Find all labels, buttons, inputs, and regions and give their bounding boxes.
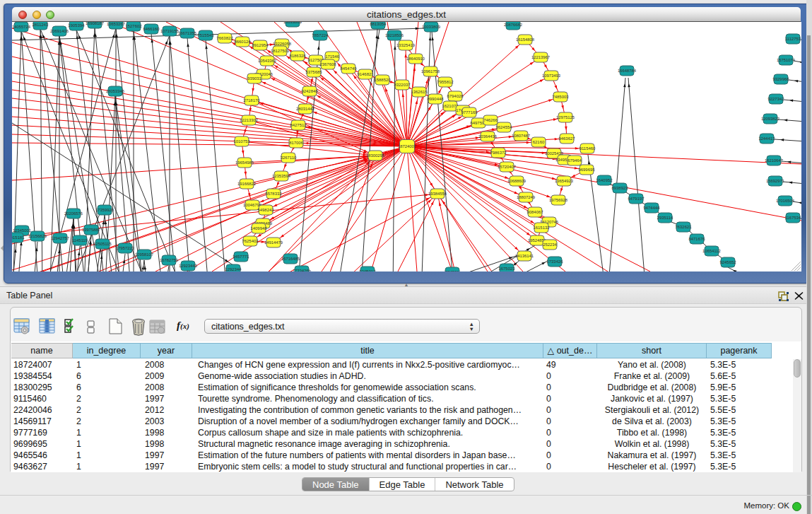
svg-text:8427512: 8427512: [290, 123, 307, 127]
svg-text:5578332: 5578332: [266, 192, 282, 196]
svg-text:12353594: 12353594: [272, 174, 291, 178]
svg-text:1733426b: 1733426b: [293, 269, 312, 271]
svg-text:28031442: 28031442: [296, 107, 314, 111]
svg-text:7663822: 7663822: [217, 36, 233, 40]
svg-text:16033809: 16033809: [283, 22, 302, 24]
svg-text:13975887: 13975887: [82, 228, 100, 232]
svg-text:18127503: 18127503: [271, 49, 290, 53]
svg-text:1167534: 1167534: [785, 216, 801, 220]
svg-text:7955812: 7955812: [437, 80, 454, 84]
svg-text:1588520: 1588520: [375, 78, 392, 82]
svg-text:20206576: 20206576: [64, 211, 83, 216]
svg-text:14914479: 14914479: [264, 240, 283, 245]
svg-text:14136141: 14136141: [515, 254, 534, 258]
svg-text:28053346: 28053346: [106, 89, 125, 93]
svg-text:8471676: 8471676: [689, 237, 706, 241]
svg-text:2367608: 2367608: [320, 62, 337, 66]
svg-text:9115460: 9115460: [579, 146, 596, 151]
svg-text:1733426: 1733426: [547, 259, 564, 264]
svg-text:16648784: 16648784: [618, 69, 637, 73]
svg-text:10543362: 10543362: [258, 59, 276, 63]
svg-text:7857224: 7857224: [312, 33, 329, 37]
svg-text:10961758: 10961758: [421, 69, 440, 74]
svg-text:5498242: 5498242: [258, 208, 274, 212]
svg-text:8938923: 8938923: [612, 186, 629, 190]
svg-text:12505115: 12505115: [93, 242, 112, 246]
svg-text:16154808: 16154808: [516, 37, 535, 42]
svg-text:9245012: 9245012: [360, 269, 376, 271]
svg-text:6466160: 6466160: [143, 27, 160, 31]
svg-text:19218506: 19218506: [385, 33, 404, 37]
svg-text:13325419: 13325419: [396, 43, 415, 47]
svg-text:1527602: 1527602: [126, 24, 142, 28]
svg-text:2935114: 2935114: [657, 216, 673, 220]
svg-text:1145119: 1145119: [72, 238, 88, 243]
svg-text:10973493: 10973493: [542, 74, 561, 78]
svg-text:9699695: 9699695: [579, 168, 596, 172]
svg-text:15720407: 15720407: [498, 165, 516, 169]
svg-text:6794028: 6794028: [447, 94, 464, 98]
svg-text:8660124: 8660124: [235, 40, 252, 44]
svg-text:1362615: 1362615: [411, 90, 428, 94]
svg-text:18724007: 18724007: [398, 144, 416, 148]
svg-text:17016504: 17016504: [776, 199, 795, 203]
svg-text:20876682: 20876682: [504, 23, 522, 27]
svg-text:18300295: 18300295: [366, 153, 385, 158]
svg-text:3267110: 3267110: [281, 156, 297, 160]
svg-text:3915181: 3915181: [12, 235, 24, 240]
svg-text:9245652: 9245652: [720, 260, 736, 264]
svg-text:12156829: 12156829: [28, 234, 47, 238]
svg-text:8322037: 8322037: [394, 83, 411, 87]
svg-text:9463627: 9463627: [559, 136, 575, 141]
svg-text:9146821: 9146821: [358, 72, 374, 76]
svg-text:171546: 171546: [325, 54, 339, 59]
svg-text:10033809: 10033809: [422, 25, 440, 29]
svg-text:1292344: 1292344: [225, 267, 242, 271]
svg-text:9474444: 9474444: [644, 206, 661, 210]
svg-text:6479197: 6479197: [628, 197, 645, 201]
svg-text:20691406: 20691406: [50, 29, 69, 33]
svg-text:10653267: 10653267: [107, 22, 125, 26]
svg-text:1640952: 1640952: [596, 178, 613, 182]
svg-text:824501: 824501: [445, 270, 459, 271]
svg-text:1675023: 1675023: [499, 267, 516, 271]
svg-text:20364436: 20364436: [478, 134, 498, 139]
svg-text:8454749: 8454749: [341, 66, 357, 71]
svg-text:12213967: 12213967: [531, 55, 550, 59]
svg-text:8990448: 8990448: [428, 97, 445, 101]
svg-text:5375685: 5375685: [306, 70, 323, 74]
svg-text:19384554: 19384554: [428, 192, 447, 196]
svg-text:9457771: 9457771: [233, 255, 249, 259]
svg-text:15751074: 15751074: [777, 58, 796, 62]
svg-text:19654985: 19654985: [235, 160, 254, 165]
svg-text:2718170: 2718170: [244, 98, 261, 103]
svg-text:19756928: 19756928: [549, 198, 568, 202]
svg-text:10719155: 10719155: [160, 29, 180, 33]
svg-text:1905394: 1905394: [69, 23, 86, 28]
svg-text:1409948: 1409948: [251, 226, 268, 230]
svg-text:9777169: 9777169: [461, 110, 478, 115]
svg-text:19166822: 19166822: [237, 182, 256, 186]
svg-text:12975125: 12975125: [556, 115, 575, 119]
svg-text:17359928: 17359928: [95, 208, 114, 212]
svg-text:17957223: 17957223: [116, 246, 135, 250]
svg-text:15692971: 15692971: [766, 179, 784, 183]
svg-text:7485003: 7485003: [553, 95, 570, 99]
svg-text:7515545: 7515545: [198, 33, 215, 37]
svg-text:12923443: 12923443: [179, 264, 198, 268]
svg-text:939031: 939031: [247, 76, 261, 81]
svg-text:1010753: 1010753: [234, 139, 251, 144]
svg-text:8813054: 8813054: [370, 22, 387, 26]
svg-text:7986372: 7986372: [490, 151, 507, 155]
svg-text:746266: 746266: [483, 118, 498, 122]
svg-text:9329966: 9329966: [773, 77, 790, 81]
svg-text:16782759: 16782759: [160, 258, 178, 262]
svg-text:10688609: 10688609: [507, 179, 526, 183]
svg-text:9242848: 9242848: [302, 89, 319, 93]
svg-text:18640910: 18640910: [406, 57, 425, 61]
svg-text:62160: 62160: [533, 140, 545, 144]
svg-text:16671355: 16671355: [178, 31, 197, 35]
svg-text:1112753: 1112753: [785, 37, 801, 41]
svg-text:16210647: 16210647: [765, 158, 783, 163]
svg-text:679464: 679464: [567, 158, 582, 163]
